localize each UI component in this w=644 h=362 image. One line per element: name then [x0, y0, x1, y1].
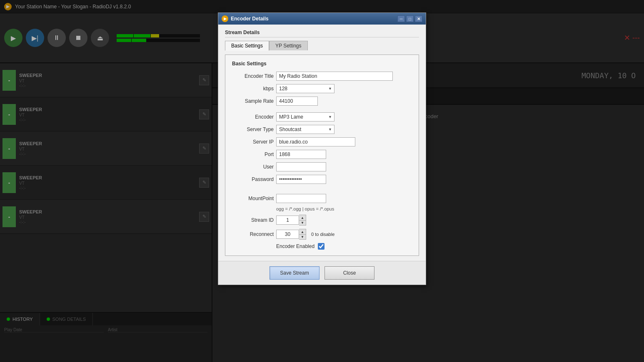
reconnect-spinner: ▲ ▼ [276, 229, 306, 240]
tab-content-basic-settings: Basic Settings Encoder Title kbps 128 64 [225, 55, 419, 256]
stream-id-spinners: ▲ ▼ [299, 215, 306, 226]
reconnect-label: Reconnect [232, 231, 274, 237]
mountpoint-label: MountPoint [232, 196, 274, 201]
encoder-details-modal: ▶ Encoder Details ─ □ ✕ Stream Details B… [218, 12, 426, 285]
reconnect-up[interactable]: ▲ [299, 229, 306, 234]
modal-title: Encoder Details [231, 16, 269, 22]
sample-rate-row: Sample Rate [232, 97, 412, 106]
port-label: Port [232, 151, 274, 157]
server-type-label: Server Type [232, 126, 274, 132]
reconnect-hint: 0 to disable [311, 232, 334, 237]
password-input[interactable] [276, 175, 326, 184]
server-type-row: Server Type Shoutcast Icecast [232, 125, 412, 134]
close-modal-button[interactable]: Close [324, 266, 374, 280]
mountpoint-input[interactable] [276, 194, 326, 203]
reconnect-row: Reconnect ▲ ▼ 0 to disable [232, 229, 412, 240]
user-label: User [232, 164, 274, 170]
sample-rate-input[interactable] [276, 97, 318, 106]
server-type-select-wrapper: Shoutcast Icecast [276, 125, 334, 134]
encoder-enabled-checkbox[interactable] [318, 243, 324, 250]
stream-id-spinner: ▲ ▼ [276, 215, 306, 226]
ogg-hint: ogg = /*.ogg | opus = /*.opus [276, 206, 412, 211]
encoder-select-wrapper: MP3 Lame OGG Vorbis OPUS [276, 112, 334, 121]
encoder-select[interactable]: MP3 Lame OGG Vorbis OPUS [276, 112, 334, 121]
server-ip-label: Server IP [232, 139, 274, 145]
port-row: Port [232, 150, 412, 159]
stream-id-down[interactable]: ▼ [299, 220, 306, 225]
save-stream-button[interactable]: Save Stream [270, 266, 320, 280]
encoder-enabled-row: Encoder Enabled [276, 243, 412, 250]
stream-details-label: Stream Details [225, 30, 419, 37]
stream-id-row: Stream ID ▲ ▼ [232, 215, 412, 226]
encoder-enabled-label: Encoder Enabled [276, 243, 315, 249]
tab-yp-settings[interactable]: YP Settings [269, 41, 307, 50]
port-input[interactable] [276, 150, 326, 159]
reconnect-down[interactable]: ▼ [299, 234, 306, 239]
modal-app-icon: ▶ [222, 15, 228, 22]
kbps-select-wrapper: 128 64 96 192 256 320 [276, 84, 334, 93]
stream-id-input[interactable] [276, 216, 299, 225]
encoder-title-label: Encoder Title [232, 73, 274, 79]
reconnect-input[interactable] [276, 230, 299, 239]
modal-title-left: ▶ Encoder Details [222, 15, 269, 22]
close-button-modal[interactable]: ✕ [415, 15, 422, 22]
kbps-select[interactable]: 128 64 96 192 256 320 [276, 84, 334, 93]
kbps-row: kbps 128 64 96 192 256 320 [232, 84, 412, 93]
modal-titlebar: ▶ Encoder Details ─ □ ✕ [218, 13, 426, 25]
modal-overlay: ▶ Encoder Details ─ □ ✕ Stream Details B… [0, 0, 644, 362]
user-row: User [232, 162, 412, 171]
tab-basic-settings[interactable]: Basic Settings [225, 41, 269, 51]
server-ip-row: Server IP [232, 137, 412, 146]
sample-rate-label: Sample Rate [232, 98, 274, 104]
minimize-button[interactable]: ─ [397, 15, 405, 22]
user-input[interactable] [276, 162, 326, 171]
kbps-label: kbps [232, 86, 274, 92]
modal-body: Stream Details Basic Settings YP Setting… [218, 25, 426, 261]
encoder-field-label: Encoder [232, 114, 274, 120]
mountpoint-row: MountPoint [232, 194, 412, 203]
stream-id-label: Stream ID [232, 217, 274, 223]
reconnect-spinners: ▲ ▼ [299, 229, 306, 240]
encoder-title-row: Encoder Title [232, 72, 412, 81]
app-window: ▶ Your Station Name - Your Slogan - Radi… [0, 0, 644, 362]
stream-id-up[interactable]: ▲ [299, 215, 306, 220]
maximize-button[interactable]: □ [406, 15, 414, 22]
server-type-select[interactable]: Shoutcast Icecast [276, 125, 334, 134]
modal-controls: ─ □ ✕ [397, 15, 422, 22]
server-ip-input[interactable] [276, 137, 355, 146]
encoder-row: Encoder MP3 Lame OGG Vorbis OPUS [232, 112, 412, 121]
section-title: Basic Settings [232, 61, 412, 67]
modal-footer: Save Stream Close [218, 261, 426, 285]
modal-tabs: Basic Settings YP Settings [225, 41, 419, 50]
password-row: Password [232, 175, 412, 184]
encoder-title-input[interactable] [276, 72, 393, 81]
password-label: Password [232, 176, 274, 182]
